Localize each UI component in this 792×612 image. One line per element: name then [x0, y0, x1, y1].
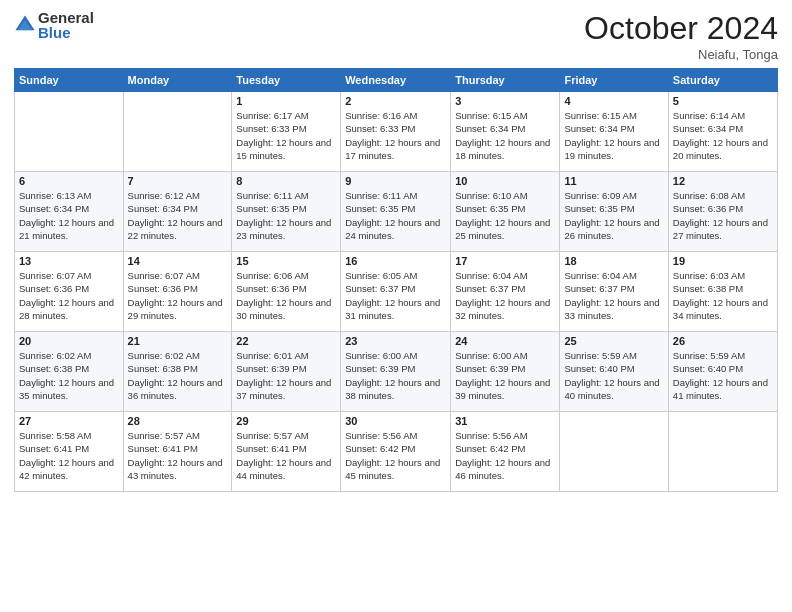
calendar-week-row: 27Sunrise: 5:58 AMSunset: 6:41 PMDayligh…	[15, 412, 778, 492]
calendar-cell: 19Sunrise: 6:03 AMSunset: 6:38 PMDayligh…	[668, 252, 777, 332]
calendar-cell: 1Sunrise: 6:17 AMSunset: 6:33 PMDaylight…	[232, 92, 341, 172]
calendar-cell	[668, 412, 777, 492]
day-number: 10	[455, 175, 555, 187]
calendar-week-row: 13Sunrise: 6:07 AMSunset: 6:36 PMDayligh…	[15, 252, 778, 332]
calendar-cell: 4Sunrise: 6:15 AMSunset: 6:34 PMDaylight…	[560, 92, 668, 172]
day-number: 6	[19, 175, 119, 187]
weekday-header: Tuesday	[232, 69, 341, 92]
calendar-cell: 6Sunrise: 6:13 AMSunset: 6:34 PMDaylight…	[15, 172, 124, 252]
day-info: Sunrise: 6:12 AMSunset: 6:34 PMDaylight:…	[128, 189, 228, 242]
day-number: 1	[236, 95, 336, 107]
calendar-cell: 10Sunrise: 6:10 AMSunset: 6:35 PMDayligh…	[451, 172, 560, 252]
day-info: Sunrise: 6:14 AMSunset: 6:34 PMDaylight:…	[673, 109, 773, 162]
calendar-cell: 3Sunrise: 6:15 AMSunset: 6:34 PMDaylight…	[451, 92, 560, 172]
day-info: Sunrise: 6:09 AMSunset: 6:35 PMDaylight:…	[564, 189, 663, 242]
weekday-header: Saturday	[668, 69, 777, 92]
calendar-cell: 26Sunrise: 5:59 AMSunset: 6:40 PMDayligh…	[668, 332, 777, 412]
day-number: 9	[345, 175, 446, 187]
day-number: 8	[236, 175, 336, 187]
day-info: Sunrise: 6:10 AMSunset: 6:35 PMDaylight:…	[455, 189, 555, 242]
calendar-cell: 25Sunrise: 5:59 AMSunset: 6:40 PMDayligh…	[560, 332, 668, 412]
day-number: 30	[345, 415, 446, 427]
weekday-header: Thursday	[451, 69, 560, 92]
calendar-cell: 14Sunrise: 6:07 AMSunset: 6:36 PMDayligh…	[123, 252, 232, 332]
day-number: 3	[455, 95, 555, 107]
calendar-cell: 17Sunrise: 6:04 AMSunset: 6:37 PMDayligh…	[451, 252, 560, 332]
day-number: 20	[19, 335, 119, 347]
calendar-header-row: SundayMondayTuesdayWednesdayThursdayFrid…	[15, 69, 778, 92]
day-number: 2	[345, 95, 446, 107]
day-number: 15	[236, 255, 336, 267]
day-number: 17	[455, 255, 555, 267]
day-info: Sunrise: 6:00 AMSunset: 6:39 PMDaylight:…	[345, 349, 446, 402]
day-number: 25	[564, 335, 663, 347]
day-number: 27	[19, 415, 119, 427]
day-number: 14	[128, 255, 228, 267]
calendar-week-row: 6Sunrise: 6:13 AMSunset: 6:34 PMDaylight…	[15, 172, 778, 252]
day-number: 7	[128, 175, 228, 187]
day-info: Sunrise: 5:59 AMSunset: 6:40 PMDaylight:…	[564, 349, 663, 402]
day-info: Sunrise: 5:57 AMSunset: 6:41 PMDaylight:…	[236, 429, 336, 482]
day-info: Sunrise: 6:06 AMSunset: 6:36 PMDaylight:…	[236, 269, 336, 322]
day-number: 24	[455, 335, 555, 347]
day-info: Sunrise: 6:02 AMSunset: 6:38 PMDaylight:…	[19, 349, 119, 402]
day-number: 22	[236, 335, 336, 347]
calendar-cell: 9Sunrise: 6:11 AMSunset: 6:35 PMDaylight…	[341, 172, 451, 252]
calendar-cell: 27Sunrise: 5:58 AMSunset: 6:41 PMDayligh…	[15, 412, 124, 492]
calendar-cell: 23Sunrise: 6:00 AMSunset: 6:39 PMDayligh…	[341, 332, 451, 412]
day-info: Sunrise: 6:07 AMSunset: 6:36 PMDaylight:…	[19, 269, 119, 322]
calendar-cell: 8Sunrise: 6:11 AMSunset: 6:35 PMDaylight…	[232, 172, 341, 252]
calendar-table: SundayMondayTuesdayWednesdayThursdayFrid…	[14, 68, 778, 492]
calendar-cell: 20Sunrise: 6:02 AMSunset: 6:38 PMDayligh…	[15, 332, 124, 412]
calendar-cell: 30Sunrise: 5:56 AMSunset: 6:42 PMDayligh…	[341, 412, 451, 492]
day-number: 13	[19, 255, 119, 267]
day-number: 31	[455, 415, 555, 427]
day-number: 16	[345, 255, 446, 267]
day-number: 4	[564, 95, 663, 107]
calendar-cell: 15Sunrise: 6:06 AMSunset: 6:36 PMDayligh…	[232, 252, 341, 332]
day-info: Sunrise: 6:07 AMSunset: 6:36 PMDaylight:…	[128, 269, 228, 322]
calendar-cell	[560, 412, 668, 492]
month-title: October 2024	[584, 10, 778, 47]
calendar-cell: 24Sunrise: 6:00 AMSunset: 6:39 PMDayligh…	[451, 332, 560, 412]
day-number: 29	[236, 415, 336, 427]
calendar-cell: 18Sunrise: 6:04 AMSunset: 6:37 PMDayligh…	[560, 252, 668, 332]
day-info: Sunrise: 6:04 AMSunset: 6:37 PMDaylight:…	[455, 269, 555, 322]
day-info: Sunrise: 6:05 AMSunset: 6:37 PMDaylight:…	[345, 269, 446, 322]
calendar-week-row: 1Sunrise: 6:17 AMSunset: 6:33 PMDaylight…	[15, 92, 778, 172]
calendar-cell: 13Sunrise: 6:07 AMSunset: 6:36 PMDayligh…	[15, 252, 124, 332]
calendar-cell: 31Sunrise: 5:56 AMSunset: 6:42 PMDayligh…	[451, 412, 560, 492]
calendar-cell	[15, 92, 124, 172]
day-number: 21	[128, 335, 228, 347]
day-info: Sunrise: 5:58 AMSunset: 6:41 PMDaylight:…	[19, 429, 119, 482]
calendar-cell: 12Sunrise: 6:08 AMSunset: 6:36 PMDayligh…	[668, 172, 777, 252]
day-info: Sunrise: 6:13 AMSunset: 6:34 PMDaylight:…	[19, 189, 119, 242]
header: General Blue October 2024 Neiafu, Tonga	[14, 10, 778, 62]
logo-general-text: General	[38, 10, 94, 25]
location: Neiafu, Tonga	[584, 47, 778, 62]
day-info: Sunrise: 5:56 AMSunset: 6:42 PMDaylight:…	[345, 429, 446, 482]
day-number: 11	[564, 175, 663, 187]
day-info: Sunrise: 6:08 AMSunset: 6:36 PMDaylight:…	[673, 189, 773, 242]
day-number: 5	[673, 95, 773, 107]
day-info: Sunrise: 6:15 AMSunset: 6:34 PMDaylight:…	[455, 109, 555, 162]
calendar-cell: 7Sunrise: 6:12 AMSunset: 6:34 PMDaylight…	[123, 172, 232, 252]
calendar-cell: 22Sunrise: 6:01 AMSunset: 6:39 PMDayligh…	[232, 332, 341, 412]
day-number: 12	[673, 175, 773, 187]
calendar-cell: 11Sunrise: 6:09 AMSunset: 6:35 PMDayligh…	[560, 172, 668, 252]
day-number: 19	[673, 255, 773, 267]
weekday-header: Monday	[123, 69, 232, 92]
logo-text: General Blue	[38, 10, 94, 40]
day-info: Sunrise: 6:17 AMSunset: 6:33 PMDaylight:…	[236, 109, 336, 162]
day-info: Sunrise: 6:01 AMSunset: 6:39 PMDaylight:…	[236, 349, 336, 402]
day-info: Sunrise: 5:59 AMSunset: 6:40 PMDaylight:…	[673, 349, 773, 402]
logo-icon	[14, 14, 36, 36]
day-info: Sunrise: 6:02 AMSunset: 6:38 PMDaylight:…	[128, 349, 228, 402]
day-number: 28	[128, 415, 228, 427]
weekday-header: Sunday	[15, 69, 124, 92]
calendar-week-row: 20Sunrise: 6:02 AMSunset: 6:38 PMDayligh…	[15, 332, 778, 412]
weekday-header: Friday	[560, 69, 668, 92]
logo: General Blue	[14, 10, 94, 40]
day-info: Sunrise: 6:03 AMSunset: 6:38 PMDaylight:…	[673, 269, 773, 322]
calendar-cell: 16Sunrise: 6:05 AMSunset: 6:37 PMDayligh…	[341, 252, 451, 332]
